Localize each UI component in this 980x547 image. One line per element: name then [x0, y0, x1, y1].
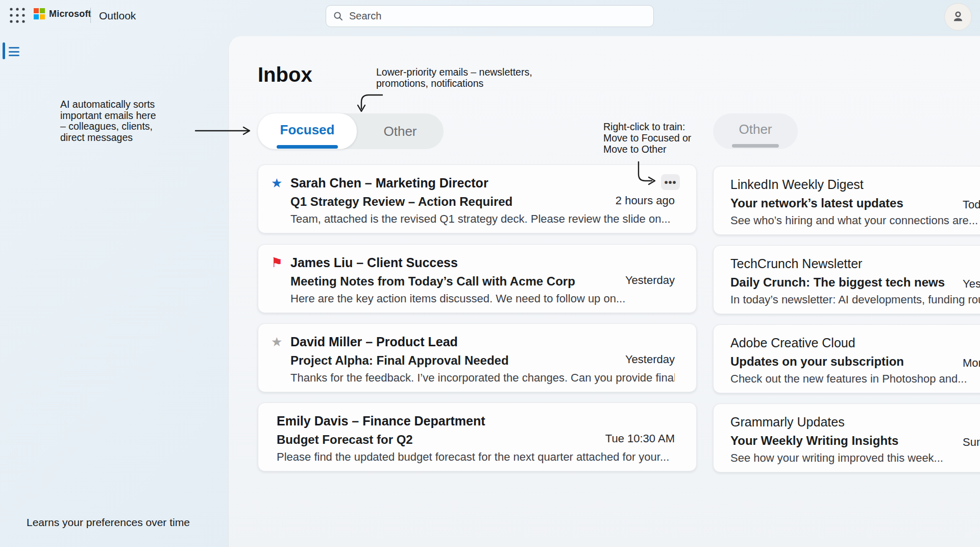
email-preview: In today’s newsletter: AI developments, … — [730, 293, 980, 306]
email-time: Yesterday — [625, 274, 675, 289]
email-sender: Emily Davis – Finance Department — [277, 413, 675, 429]
tab-other-column-label: Other — [739, 122, 772, 137]
hamburger-menu-icon[interactable] — [9, 47, 21, 58]
email-sender: Adobe Creative Cloud — [730, 335, 980, 350]
email-sender: Sarah Chen – Marketing Director — [290, 175, 675, 191]
email-sender: David Miller – Product Lead — [290, 334, 675, 349]
email-text: LinkedIn Weekly Digest Your network’s la… — [730, 177, 980, 234]
email-time: Mon — [963, 356, 980, 370]
email-subject: Your Weekly Writing Insights — [730, 433, 898, 448]
email-text: TechCrunch Newsletter Daily Crunch: The … — [730, 256, 980, 314]
email-text: David Miller – Product Lead Project Alph… — [290, 334, 675, 392]
email-text: James Liu – Client Success Meeting Notes… — [290, 255, 675, 313]
email-preview: Team, attached is the revised Q1 strateg… — [290, 212, 675, 226]
email-time: Today — [963, 198, 980, 211]
tab-other[interactable]: Other — [357, 113, 444, 149]
star-icon[interactable]: ★ — [271, 334, 286, 392]
tab-other-indicator — [732, 144, 779, 148]
person-icon — [950, 9, 966, 25]
email-row[interactable]: ★ Sarah Chen – Marketing Director Q1 Str… — [258, 164, 697, 233]
email-time: 2 hours ago — [616, 194, 675, 209]
email-preview: See how your writing improved this week.… — [730, 451, 980, 465]
email-row[interactable]: ★ David Miller – Product Lead Project Al… — [258, 323, 697, 392]
email-time: Tue 10:30 AM — [605, 432, 675, 447]
annotation-other-explainer: Lower-priority emails – newsletters, pro… — [376, 67, 532, 89]
email-preview: Please find the updated budget forecast … — [277, 450, 675, 464]
email-text: Emily Davis – Finance Department Budget … — [277, 413, 675, 471]
microsoft-brand: Microsoft — [34, 8, 91, 19]
tab-focused-active-indicator — [277, 145, 338, 149]
brand-name: Microsoft — [49, 9, 91, 19]
email-subject: Project Alpha: Final Approval Needed — [290, 353, 625, 368]
email-sender: TechCrunch Newsletter — [730, 256, 980, 271]
email-row[interactable]: Adobe Creative Cloud Updates on your sub… — [713, 324, 980, 393]
email-subject: Meeting Notes from Today’s Call with Acm… — [290, 274, 625, 289]
email-text: Grammarly Updates Your Weekly Writing In… — [730, 414, 980, 472]
email-subject: Updates on your subscription — [730, 354, 904, 369]
email-sender: LinkedIn Weekly Digest — [730, 177, 980, 192]
brand-divider — [90, 8, 91, 23]
email-subject: Budget Forecast for Q2 — [277, 432, 605, 447]
more-options-button[interactable]: ••• — [661, 174, 680, 190]
email-preview: See who’s hiring and what your connectio… — [730, 213, 980, 227]
account-button[interactable] — [944, 3, 972, 31]
tab-focused-label: Focused — [280, 122, 335, 138]
email-preview: Here are the key action items discussed.… — [290, 292, 675, 305]
star-icon[interactable]: ★ — [271, 175, 286, 233]
inbox-tab-switcher: Focused Other — [258, 113, 444, 149]
search-input[interactable] — [349, 10, 646, 22]
top-bar: Microsoft Outlook — [0, 0, 980, 36]
email-row[interactable]: ⚑ James Liu – Client Success Meeting Not… — [258, 244, 697, 313]
email-time: Yesterday — [625, 353, 675, 368]
waffle-grid-icon — [8, 6, 27, 25]
microsoft-logo-icon — [34, 8, 45, 19]
annotation-learns-preferences: Learns your preferences over time — [27, 517, 190, 528]
page-title: Inbox — [258, 63, 312, 86]
email-subject: Daily Crunch: The biggest tech news — [730, 275, 945, 290]
tab-other-column[interactable]: Other — [713, 113, 798, 149]
email-row[interactable]: LinkedIn Weekly Digest Your network’s la… — [713, 166, 980, 235]
product-name: Outlook — [99, 10, 136, 22]
email-row[interactable]: TechCrunch Newsletter Daily Crunch: The … — [713, 245, 980, 314]
email-subject: Your network’s latest updates — [730, 196, 903, 210]
email-preview: Thanks for the feedback. I’ve incorporat… — [290, 371, 675, 385]
app-launcher-icon[interactable] — [8, 6, 27, 25]
email-sender: James Liu – Client Success — [290, 255, 675, 270]
email-sender: Grammarly Updates — [730, 414, 980, 430]
annotation-right-click-train: Right-click to train: Move to Focused or… — [603, 121, 691, 155]
email-row[interactable]: Grammarly Updates Your Weekly Writing In… — [713, 403, 980, 472]
email-text: Sarah Chen – Marketing Director Q1 Strat… — [290, 175, 675, 233]
email-time: Yesterday — [963, 277, 980, 291]
email-time: Sun — [963, 436, 980, 449]
tab-other-label: Other — [383, 124, 416, 139]
search-bar[interactable] — [326, 5, 654, 27]
flag-icon[interactable]: ⚑ — [271, 255, 286, 313]
nav-accent-bar — [3, 42, 5, 59]
email-subject: Q1 Strategy Review – Action Required — [290, 194, 616, 209]
email-preview: Check out the new features in Photoshop … — [730, 372, 980, 386]
email-text: Adobe Creative Cloud Updates on your sub… — [730, 335, 980, 393]
tab-focused[interactable]: Focused — [258, 113, 357, 149]
annotation-focused-explainer: AI automatically sorts important emails … — [60, 99, 178, 143]
email-row[interactable]: Emily Davis – Finance Department Budget … — [258, 402, 697, 471]
search-icon — [333, 11, 343, 21]
